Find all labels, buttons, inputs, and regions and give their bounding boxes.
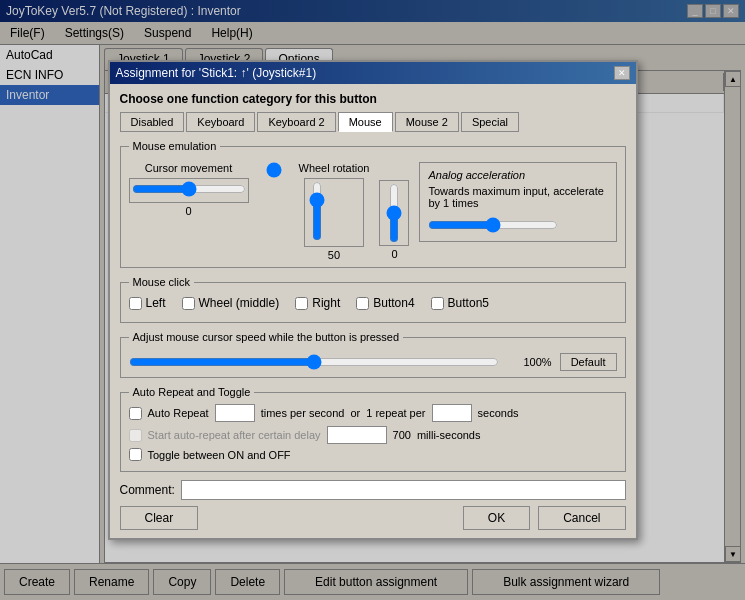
wheel-h-slider[interactable] [384,183,404,243]
clear-button[interactable]: Clear [120,506,199,530]
or-label: or [350,407,360,419]
milli-seconds-label: milli-seconds [417,429,481,441]
times-per-second-input[interactable] [215,404,255,422]
cursor-v-slider[interactable] [259,162,289,178]
delay-value-input[interactable] [327,426,387,444]
start-delay-row: Start auto-repeat after certain delay 70… [129,426,617,444]
cat-tab-mouse[interactable]: Mouse [338,112,393,132]
speed-slider-area: 100% Default [129,353,617,371]
toggle-checkbox[interactable] [129,448,142,461]
mouse-click-fieldset: Mouse click Left Wheel (middle) Right [120,276,626,323]
assignment-modal: Assignment for 'Stick1: ↑' (Joystick#1) … [108,60,638,540]
cat-tab-keyboard[interactable]: Keyboard [186,112,255,132]
category-tabs: Disabled Keyboard Keyboard 2 Mouse Mouse… [120,112,626,132]
speed-legend: Adjust mouse cursor speed while the butt… [129,331,404,343]
click-wheel-label[interactable]: Wheel (middle) [182,296,280,310]
toggle-label: Toggle between ON and OFF [148,449,291,461]
speed-slider[interactable] [129,354,499,370]
modal-close-button[interactable]: ✕ [614,66,630,80]
comment-input[interactable] [181,480,626,500]
click-right-checkbox[interactable] [295,297,308,310]
cat-tab-mouse2[interactable]: Mouse 2 [395,112,459,132]
cursor-movement-group: Cursor movement 0 [129,162,249,217]
analog-accel-slider[interactable] [428,217,558,233]
click-wheel-checkbox[interactable] [182,297,195,310]
click-right-label[interactable]: Right [295,296,340,310]
start-delay-checkbox[interactable] [129,429,142,442]
modal-buttons: Clear OK Cancel [120,506,626,530]
wheel-value: 50 [328,249,340,261]
repeat-per-label: 1 repeat per [366,407,425,419]
click-left-checkbox[interactable] [129,297,142,310]
auto-repeat-row: Auto Repeat times per second or 1 repeat… [129,404,617,422]
modal-body: Choose one function category for this bu… [110,84,636,538]
cursor-value: 0 [185,205,191,217]
cursor-h-slider[interactable] [132,181,246,197]
cat-tab-special[interactable]: Special [461,112,519,132]
modal-heading: Choose one function category for this bu… [120,92,626,106]
comment-label: Comment: [120,483,175,497]
delay-value-text: 700 [393,429,411,441]
mouse-emulation-legend: Mouse emulation [129,140,221,152]
wheel-rotation-group: Wheel rotation 50 [299,162,370,261]
start-delay-label: Start auto-repeat after certain delay [148,429,321,441]
modal-title-bar: Assignment for 'Stick1: ↑' (Joystick#1) … [110,62,636,84]
mouse-emulation-fieldset: Mouse emulation Cursor movement 0 [120,140,626,268]
auto-repeat-legend: Auto Repeat and Toggle [129,386,255,398]
click-left-text: Left [146,296,166,310]
ok-button[interactable]: OK [463,506,530,530]
modal-overlay: Assignment for 'Stick1: ↑' (Joystick#1) … [0,0,745,600]
click-btn5-text: Button5 [448,296,489,310]
click-right-text: Right [312,296,340,310]
auto-repeat-checkbox[interactable] [129,407,142,420]
wheel-right-value: 0 [391,248,397,260]
click-btn5-label[interactable]: Button5 [431,296,489,310]
mouse-click-legend: Mouse click [129,276,194,288]
cancel-button[interactable]: Cancel [538,506,625,530]
modal-title: Assignment for 'Stick1: ↑' (Joystick#1) [116,66,317,80]
times-per-second-label: times per second [261,407,345,419]
click-btn4-checkbox[interactable] [356,297,369,310]
seconds-input[interactable] [432,404,472,422]
click-wheel-text: Wheel (middle) [199,296,280,310]
cursor-movement-label: Cursor movement [145,162,232,174]
seconds-label: seconds [478,407,519,419]
cat-tab-keyboard2[interactable]: Keyboard 2 [257,112,335,132]
cursor-v-slider-group [259,162,289,178]
click-btn4-label[interactable]: Button4 [356,296,414,310]
wheel-rotation-label: Wheel rotation [299,162,370,174]
analog-acceleration-box: Analog acceleration Towards maximum inpu… [419,162,616,242]
analog-accel-desc: Towards maximum input, accelerate by 1 t… [428,185,607,209]
click-btn5-checkbox[interactable] [431,297,444,310]
click-left-label[interactable]: Left [129,296,166,310]
toggle-row: Toggle between ON and OFF [129,448,617,461]
click-btn4-text: Button4 [373,296,414,310]
default-speed-button[interactable]: Default [560,353,617,371]
auto-repeat-fieldset: Auto Repeat and Toggle Auto Repeat times… [120,386,626,472]
analog-accel-label: Analog acceleration [428,169,607,181]
speed-fieldset: Adjust mouse cursor speed while the butt… [120,331,626,378]
comment-row: Comment: [120,480,626,500]
sliders-row: Cursor movement 0 Whee [129,162,617,261]
auto-repeat-label: Auto Repeat [148,407,209,419]
cat-tab-disabled[interactable]: Disabled [120,112,185,132]
speed-value: 100% [507,356,552,368]
wheel-v-slider[interactable] [307,181,327,241]
